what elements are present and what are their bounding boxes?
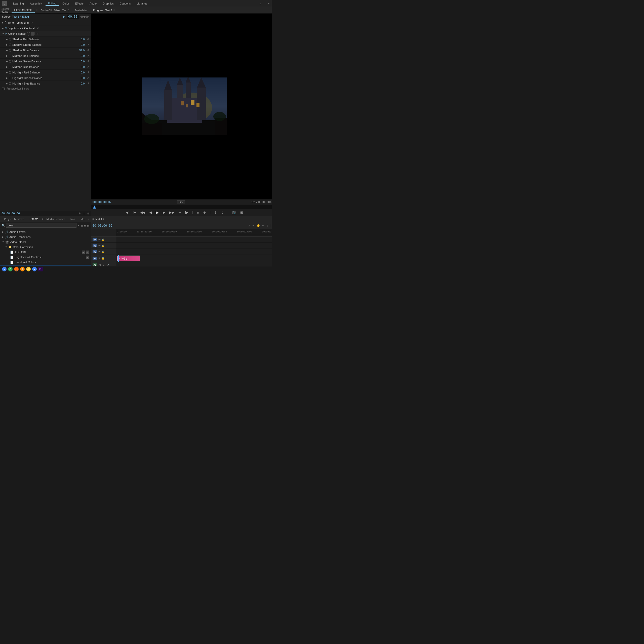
midtone-green-expand[interactable]: ▶ — [6, 60, 8, 63]
nav-more-button[interactable]: » — [259, 2, 261, 5]
v4-eye-icon[interactable]: 👁 — [98, 238, 101, 241]
tree-item-audio-transitions[interactable]: ▶ 🎵 Audio Transitions — [0, 234, 91, 239]
tl-btn-razor[interactable]: ✂ — [252, 223, 255, 228]
taskbar-chrome[interactable]: ● — [2, 267, 7, 271]
highlight-blue-expand[interactable]: ▶ — [6, 82, 8, 85]
color-circle-icon[interactable] — [27, 32, 30, 35]
track-a1-content[interactable] — [116, 262, 272, 266]
pm-page-chevron[interactable]: ▾ — [256, 201, 257, 204]
btn-pm-settings[interactable]: ⊞ — [239, 210, 244, 215]
v4-lock-icon[interactable]: 🔓 — [102, 238, 104, 241]
nav-graphics[interactable]: Graphics — [100, 2, 116, 6]
search-clear-button[interactable]: × — [77, 224, 79, 227]
nav-learning[interactable]: Learning — [11, 2, 26, 6]
highlight-red-expand[interactable]: ▶ — [6, 71, 8, 74]
brightness-expand[interactable]: ▶ — [2, 27, 4, 29]
midtone-red-circle[interactable] — [9, 55, 11, 57]
btn-back-frame[interactable]: ◀ — [148, 210, 153, 215]
v3-lock-icon[interactable]: 🔓 — [102, 245, 104, 247]
ec-menu-btn[interactable]: ⋮ — [83, 212, 85, 215]
shadow-green-reset[interactable]: ↺ — [87, 43, 89, 46]
ec-home-btn[interactable]: ⊡ — [87, 212, 89, 215]
midtone-red-reset[interactable]: ↺ — [87, 54, 89, 57]
tab-info[interactable]: Info — [68, 217, 77, 221]
tab-ma[interactable]: Ma — [78, 217, 87, 221]
shadow-red-expand[interactable]: ▶ — [6, 38, 8, 41]
shadow-red-value[interactable]: 0.0 — [81, 38, 85, 41]
highlight-green-circle[interactable] — [9, 77, 11, 79]
tree-item-audio-effects[interactable]: ▶ 🎵 Audio Effects — [0, 229, 91, 234]
tl-btn-select[interactable]: ↗ — [248, 223, 251, 228]
tab-effect-controls[interactable]: Effect Controls — [12, 8, 35, 13]
shadow-red-reset[interactable]: ↺ — [87, 38, 89, 41]
tree-item-broadcast-colors[interactable]: 📄 Broadcast Colors — [0, 260, 91, 265]
search-icon1[interactable]: ▦ — [81, 224, 83, 227]
track-v4-content[interactable] — [116, 237, 272, 243]
midtone-blue-circle[interactable] — [9, 66, 11, 68]
ec-play-button[interactable]: ▶ — [63, 15, 65, 18]
btn-forward[interactable]: ▶▶ — [168, 210, 175, 215]
track-v1-content[interactable]: fv. 50.jpg — [116, 255, 272, 262]
btn-fwd-frame[interactable]: ▶ — [162, 210, 166, 215]
pm-fit-dropdown[interactable]: Fit ▾ — [177, 200, 185, 204]
btn-export-frame[interactable]: 📷 — [231, 210, 237, 215]
shadow-blue-value[interactable]: 52.0 — [79, 49, 85, 52]
v3-eye-icon[interactable]: 👁 — [98, 245, 101, 247]
midtone-blue-reset[interactable]: ↺ — [87, 65, 89, 68]
shadow-blue-circle[interactable] — [9, 49, 11, 52]
btn-add-marker[interactable]: ⊕ — [202, 210, 207, 215]
shadow-red-circle[interactable] — [9, 38, 11, 41]
track-v3-content[interactable] — [116, 243, 272, 249]
preserve-luminosity-checkbox[interactable] — [2, 88, 5, 90]
tab-project[interactable]: Project: Morteza — [2, 217, 27, 221]
nav-audio[interactable]: Audio — [87, 2, 99, 6]
tab-media-browser[interactable]: Media Browser — [44, 217, 67, 221]
v1-clip[interactable]: fv. 50.jpg — [117, 256, 140, 261]
highlight-blue-circle[interactable] — [9, 82, 11, 85]
v2-lock-icon[interactable]: 🔓 — [102, 251, 104, 253]
nav-assembly[interactable]: Assembly — [27, 2, 45, 6]
midtone-green-value[interactable]: 0.0 — [81, 60, 85, 63]
taskbar-folder[interactable]: 📁 — [26, 267, 31, 271]
tree-item-color-balance[interactable]: 📄 Color Balance — [0, 265, 91, 266]
nav-libraries[interactable]: Libraries — [134, 2, 150, 6]
highlight-red-circle[interactable] — [9, 71, 11, 74]
highlight-red-value[interactable]: 0.0 — [81, 71, 85, 74]
nav-color[interactable]: Color — [60, 2, 71, 6]
shadow-green-expand[interactable]: ▶ — [6, 44, 8, 46]
midtone-blue-expand[interactable]: ▶ — [6, 66, 8, 68]
nav-captions[interactable]: Captions — [117, 2, 133, 6]
time-remapping-reset[interactable]: ↺ — [31, 21, 33, 24]
tl-btn-pen[interactable]: ✏ — [262, 223, 265, 228]
shadow-blue-expand[interactable]: ▶ — [6, 49, 8, 52]
a1-mute[interactable]: M — [98, 264, 101, 266]
taskbar-google[interactable]: G — [8, 267, 13, 271]
highlight-green-reset[interactable]: ↺ — [87, 76, 89, 79]
v1-eye-icon[interactable]: 👁 — [98, 257, 101, 260]
highlight-blue-value[interactable]: 0.0 — [81, 82, 85, 85]
track-v2-content[interactable] — [116, 249, 272, 255]
highlight-green-value[interactable]: 0.0 — [81, 76, 85, 79]
export-button[interactable]: ↗ — [267, 2, 270, 5]
highlight-blue-reset[interactable]: ↺ — [87, 82, 89, 85]
midtone-red-value[interactable]: 0.0 — [81, 54, 85, 57]
pm-playhead-bar[interactable] — [91, 205, 272, 209]
taskbar-app1[interactable]: ◆ — [20, 267, 25, 271]
timeline-tab-test1[interactable]: Test 1 — [95, 218, 102, 221]
brightness-reset[interactable]: ↺ — [37, 27, 39, 29]
panel-more-button[interactable]: » — [88, 218, 89, 221]
v2-eye-icon[interactable]: 👁 — [98, 251, 101, 253]
home-icon[interactable]: ⌂ — [2, 1, 7, 6]
color-pen-icon[interactable] — [31, 32, 34, 35]
tree-item-color-correction[interactable]: ▼ 📁 Color Correction — [0, 245, 91, 250]
shadow-green-value[interactable]: 0.0 — [81, 43, 85, 46]
btn-marker[interactable]: ◈ — [196, 210, 200, 215]
tab-effects[interactable]: Effects — [27, 217, 41, 221]
a1-mic[interactable]: 🎤 — [106, 264, 110, 266]
ec-filter-btn[interactable]: ⚙ — [78, 212, 81, 215]
tree-item-brightness-contrast[interactable]: 📄 Brightness & Contrast A — [0, 255, 91, 260]
midtone-green-circle[interactable] — [9, 60, 11, 63]
midtone-red-expand[interactable]: ▶ — [6, 55, 8, 57]
nav-editing[interactable]: Editing — [46, 1, 59, 6]
v1-lock-icon[interactable]: 🔓 — [102, 257, 104, 260]
